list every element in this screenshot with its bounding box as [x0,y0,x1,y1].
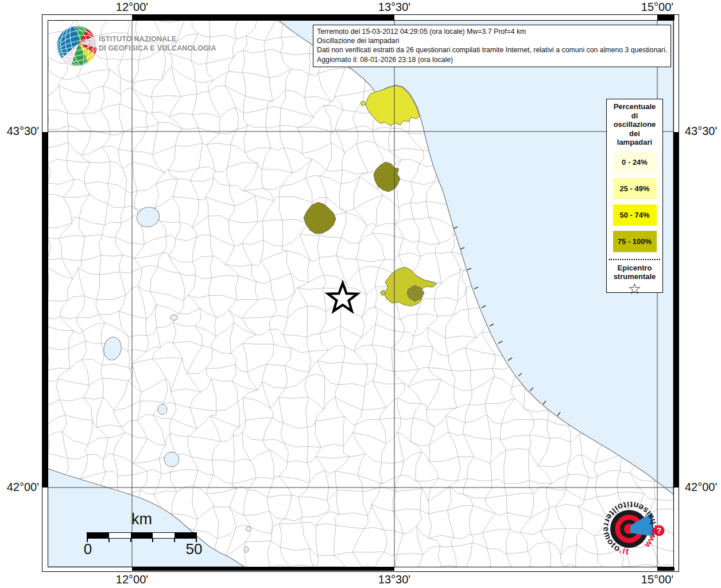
legend-swatches: 0 - 24%25 - 49%50 - 74%75 - 100% [607,152,662,252]
lon-label-top-3: 15°00' [641,1,673,14]
frame-band-top-black-2 [657,15,675,20]
scalebar-segment [153,533,175,538]
scalebar-tick [130,539,131,542]
legend-separator [609,259,660,260]
event-info-line-2: Oscillazione dei lampadari [317,36,668,45]
legend-epicenter-label: Epicentro strumentale [607,264,662,281]
legend-title-line: di [607,111,662,121]
lon-label-bottom-3: 15°00' [641,573,673,586]
lon-label-top-1: 12°00' [116,1,148,14]
legend-box: Percentuale di oscillazione dei lampadar… [606,99,663,293]
legend-title: Percentuale di oscillazione dei lampadar… [607,99,662,147]
scalebar-start-label: 0 [84,540,92,558]
lon-label-bottom-2: 13°30' [378,573,410,586]
ingv-globe-icon [55,24,99,68]
scalebar-unit-label: km [131,510,152,528]
ingv-name-line2: DI GEOFISICA E VULCANOLOGIA [99,44,216,53]
map-layers [45,17,677,570]
legend-title-line: oscillazione [607,120,662,129]
lat-label-right-2: 42°00' [685,481,717,494]
lake [164,452,179,467]
lon-label-top-2: 13°30' [378,1,410,14]
scalebar-segment [109,533,131,538]
lat-label-left-2: 42°00' [7,481,39,494]
scalebar-tick [152,539,153,542]
frame-band-bottom-black-2 [657,567,675,571]
lat-label-left-1: 43°30' [7,125,39,138]
legend-title-line: dei [607,129,662,138]
seismic-intensity-map-page: 12°00' 13°30' 15°00' 12°00' 13°30' 15°00… [0,0,721,588]
legend-title-line: Percentuale [607,102,662,111]
lake [244,547,249,552]
event-info-box: Terremoto del 15-03-2012 04:29:05 (ora l… [313,25,671,67]
scalebar-segment [87,533,109,538]
scalebar-tick [174,539,175,542]
frame-band-left-black [42,132,48,488]
lon-label-bottom-1: 12°00' [116,573,148,586]
municipality-intensity-50-74 [360,101,366,106]
scalebar-segment [175,533,196,538]
event-info-line-3: Dati non verificati estratti da 26 quest… [317,45,668,55]
lake [246,527,251,531]
scalebar-segment [131,533,153,538]
legend-epicenter-line: strumentale [607,272,662,281]
event-info-line-1: Terremoto del 15-03-2012 04:29:05 (ora l… [317,27,668,36]
legend-swatch-3: 75 - 100% [613,231,657,252]
legend-title-line: lampadari [607,138,662,147]
frame-band-top-black-1 [132,15,394,20]
ingv-logo-text: ISTITUTO NAZIONALE DI GEOFISICA E VULCAN… [99,34,216,53]
lake [158,404,167,415]
frame-band-right-black [673,132,679,488]
scalebar-end-label: 50 [186,540,203,558]
legend-epicenter-line: Epicentro [607,264,662,272]
legend-swatch-1: 25 - 49% [613,178,657,199]
scalebar-tick [108,539,110,542]
legend-swatch-0: 0 - 24% [613,152,657,173]
ingv-name-line1: ISTITUTO NAZIONALE [99,34,216,44]
lake [170,315,177,320]
legend-swatch-2: 50 - 74% [613,204,657,226]
scalebar [87,532,197,539]
legend-star-icon: ☆ [607,281,662,297]
event-info-line-4: Aggiornato il: 08-01-2026 23:18 (ora loc… [317,55,668,64]
lat-label-right-1: 43°30' [685,125,717,138]
frame-band-bottom-black-1 [132,567,394,571]
